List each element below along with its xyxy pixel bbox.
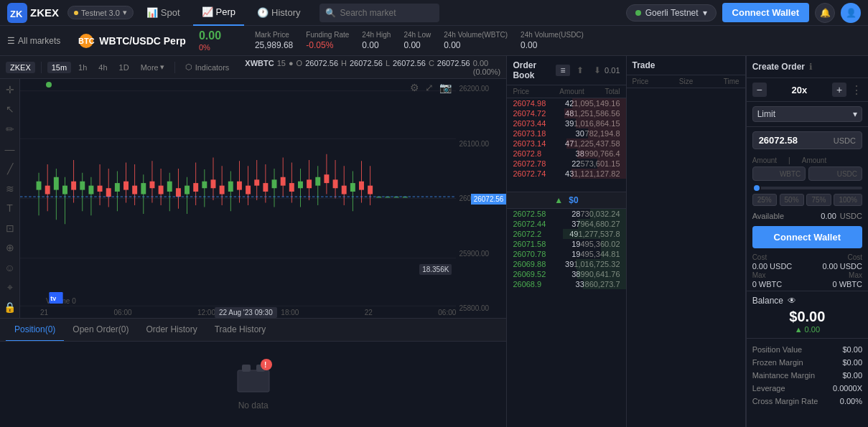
more-timeframes-button[interactable]: More ▾ [136, 61, 169, 73]
notification-button[interactable]: 🔔 [815, 3, 835, 23]
tab-open-order[interactable]: Open Order(0) [64, 319, 137, 342]
lock-tool[interactable]: 🔒 [1, 301, 19, 314]
zoom-tool[interactable]: ⊕ [1, 242, 19, 255]
pct-50-button[interactable]: 50% [780, 194, 804, 206]
hline-tool[interactable]: — [1, 143, 19, 156]
timeframe-1h[interactable]: 1h [74, 62, 91, 73]
leverage-decrease-button[interactable]: − [752, 83, 767, 97]
draw-tool[interactable]: ✏ [1, 123, 19, 136]
orderbook-sell-row[interactable]: 26072.74 43 1,121,127.82 [507, 169, 625, 179]
tab-order-history[interactable]: Order History [137, 319, 205, 342]
fib-tool[interactable]: ≋ [1, 182, 19, 195]
search-icon: 🔍 [325, 8, 336, 18]
no-data-illustration: ! [232, 359, 275, 395]
connect-wallet-button[interactable]: Connect Wallet [722, 3, 809, 22]
network-btn[interactable]: Goerli Testnet ▾ [626, 4, 717, 22]
cost-sell-value: 0.00 USDC [822, 262, 862, 271]
orderbook-sell-row[interactable]: 26072.78 22 573,601.15 [507, 159, 625, 169]
market-stat-24h-low: 24h Low 0.00 [403, 31, 431, 50]
ob-view-sell[interactable]: ⬆ [573, 65, 587, 76]
leverage-increase-button[interactable]: + [832, 83, 846, 97]
pct-100-button[interactable]: 100% [834, 194, 862, 206]
orderbook-buy-row[interactable]: 26070.78 19 495,344.81 [507, 249, 625, 259]
orderbook-buy-row[interactable]: 26071.58 19 495,360.02 [507, 239, 625, 249]
24h-low-value: 0.00 [403, 40, 431, 50]
orderbook-buy-row[interactable]: 26069.88 39 1,016,725.32 [507, 259, 625, 269]
ob-precision[interactable]: 0.01 [605, 66, 620, 75]
ob-view-both[interactable]: ≡ [556, 65, 570, 76]
magnet-tool[interactable]: ⌖ [1, 281, 19, 294]
nav-perp[interactable]: 📈 Perp [193, 0, 244, 26]
info-icon[interactable]: ℹ [809, 62, 813, 72]
crosshair-tool[interactable]: ✛ [1, 83, 19, 96]
slider-track[interactable] [752, 187, 862, 189]
timeframe-zkex[interactable]: ZKEX [6, 62, 35, 73]
time-1: 06:00 [114, 309, 132, 316]
timeframe-15m[interactable]: 15m [47, 62, 71, 73]
order-type-chevron-icon: ▾ [853, 109, 857, 119]
tab-trade-history[interactable]: Trade History [206, 319, 275, 342]
orderbook-sell-row[interactable]: 26074.98 42 1,095,149.16 [507, 98, 625, 108]
chart-settings-icon[interactable]: ⚙ [410, 82, 419, 93]
market-pair: WBTC/USDC Perp [99, 35, 186, 47]
orderbook-buy-row[interactable]: 26072.58 28 730,032.24 [507, 209, 625, 219]
orderbook-buy-row[interactable]: 26069.52 38 990,641.76 [507, 269, 625, 279]
text-tool[interactable]: T [1, 202, 19, 215]
available-row: Available 0.00 USDC [747, 209, 868, 223]
stats-row: Position Value $0.00 Frozen Margin $0.00… [747, 338, 868, 412]
all-markets-button[interactable]: ☰ All markets [7, 36, 60, 46]
indicators-button[interactable]: ⬡ Indicators [181, 62, 234, 72]
chart-area: ✛ ↖ ✏ — ╱ ≋ T ⊡ ⊕ ☺ ⌖ 🔒 26200.00 26100.0… [0, 79, 506, 318]
orderbook-buy-row[interactable]: 26072.44 37 964,680.27 [507, 219, 625, 229]
timeframe-1d[interactable]: 1D [115, 62, 134, 73]
ob-view-buy[interactable]: ⬇ [590, 65, 605, 76]
testnet-badge[interactable]: Testnet 3.0 ▾ [67, 6, 134, 19]
price-level-5: 26200.00 [459, 85, 503, 93]
trend-tool[interactable]: ╱ [1, 162, 19, 175]
nav-history-label: History [271, 7, 300, 18]
orderbook-sell-row[interactable]: 26073.14 47 1,225,437.58 [507, 139, 625, 149]
orderbook-sell-row[interactable]: 26073.18 30 782,194.8 [507, 128, 625, 139]
mark-price-value: 25,989.68 [255, 40, 293, 50]
order-type-select[interactable]: Limit ▾ [752, 106, 862, 122]
search-bar[interactable]: 🔍 [319, 4, 439, 22]
svg-rect-12 [54, 177, 59, 190]
price-input[interactable] [759, 135, 834, 146]
leverage-adjust-icon[interactable]: ⋮ [851, 83, 862, 97]
nav-spot[interactable]: 📊 Spot [138, 0, 189, 26]
amount-usdc-input[interactable] [813, 169, 836, 178]
orderbook-sell-row[interactable]: 26074.72 48 1,251,586.56 [507, 108, 625, 118]
logo[interactable]: ZK ZKEX [7, 3, 59, 23]
orderbook-spread: ▲ $0 [507, 192, 625, 209]
connect-wallet-order-button[interactable]: Connect Wallet [752, 226, 862, 248]
slider-thumb[interactable] [752, 184, 761, 192]
emoji-tool[interactable]: ☺ [1, 261, 19, 274]
amount-wbtc-input[interactable] [757, 169, 780, 178]
chart-canvas[interactable]: 26200.00 26100.00 26000.00 25900.00 2580… [20, 79, 506, 318]
timeframe-4h[interactable]: 4h [94, 62, 111, 73]
svg-rect-20 [88, 186, 93, 194]
leverage-row: − 20x + ⋮ [747, 78, 868, 102]
svg-text:!: ! [264, 361, 266, 369]
svg-rect-52 [228, 182, 233, 192]
orderbook-sell-row[interactable]: 26072.8 38 990,766.4 [507, 149, 625, 159]
nav-history[interactable]: 🕐 History [248, 0, 309, 26]
eye-icon[interactable]: 👁 [788, 296, 796, 306]
chart-camera-icon[interactable]: 📷 [439, 82, 452, 93]
pct-25-button[interactable]: 25% [752, 194, 777, 206]
market-name[interactable]: BTC WBTC/USDC Perp [79, 34, 186, 48]
orderbook-buy-row[interactable]: 26068.9 33 860,273.7 [507, 279, 625, 289]
svg-rect-48 [211, 179, 216, 188]
amount-sell-label: Amount [802, 156, 826, 164]
orderbook-buy-row[interactable]: 26072.2 49 1,277,537.8 [507, 229, 625, 239]
all-markets-label: All markets [18, 36, 60, 46]
user-avatar[interactable]: 👤 [841, 3, 861, 23]
pct-75-button[interactable]: 75% [806, 194, 831, 206]
measure-tool[interactable]: ⊡ [1, 222, 19, 235]
orderbook-sell-row[interactable]: 26073.44 39 1,016,864.15 [507, 118, 625, 128]
tab-position[interactable]: Position(0) [6, 319, 64, 342]
testnet-chevron-icon: ▾ [123, 8, 127, 17]
chart-fullscreen-icon[interactable]: ⤢ [425, 82, 434, 93]
pointer-tool[interactable]: ↖ [1, 103, 19, 116]
search-input[interactable] [340, 8, 434, 18]
